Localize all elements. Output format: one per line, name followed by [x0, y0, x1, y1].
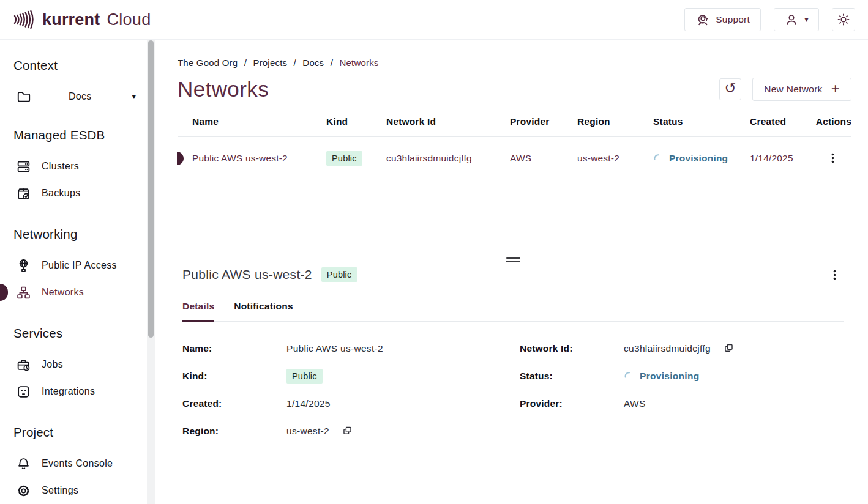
sidebar-section-context: Context Docs ▾: [0, 43, 157, 106]
copy-icon: [724, 343, 734, 354]
field-network-id-value: cu3hlaiirsdmuidcjffg: [624, 343, 711, 354]
cell-created: 1/14/2025: [750, 137, 814, 180]
sidebar-item-backups[interactable]: Backups: [0, 184, 157, 202]
brand-suffix: Cloud: [107, 10, 151, 29]
status-cell: Provisioning: [653, 153, 750, 164]
detail-fields: Name: Public AWS us-west-2 Network Id: c…: [182, 339, 844, 440]
field-created-label: Created:: [182, 395, 286, 413]
copy-region-button[interactable]: [342, 426, 353, 436]
col-provider: Provider: [510, 116, 577, 137]
sidebar-item-jobs[interactable]: Jobs: [0, 355, 157, 374]
user-menu-button[interactable]: ▾: [774, 8, 819, 31]
sidebar-heading-project: Project: [13, 409, 157, 440]
sidebar: Context Docs ▾ Managed ESDB: [0, 40, 157, 504]
networks-table: Name Kind Network Id Provider Region Sta…: [178, 116, 851, 179]
sidebar-item-public-ip-access[interactable]: Public IP Access: [0, 256, 157, 275]
field-created-value: 1/14/2025: [286, 395, 520, 413]
cell-name: Public AWS us-west-2: [192, 137, 326, 180]
integrations-outlet-icon: [16, 384, 31, 399]
kebab-icon: [828, 152, 838, 164]
plus-icon: +: [831, 81, 840, 97]
cell-provider: AWS: [510, 137, 577, 180]
table-row[interactable]: Public AWS us-west-2 Public cu3hlaiirsdm…: [178, 137, 851, 180]
sidebar-item-clusters[interactable]: Clusters: [0, 157, 157, 176]
field-provider-label: Provider:: [520, 395, 624, 413]
support-agent-icon: [695, 12, 710, 27]
field-status-label: Status:: [520, 367, 624, 385]
chevron-down-icon: ▾: [804, 15, 808, 24]
table-header-row: Name Kind Network Id Provider Region Sta…: [178, 116, 851, 137]
status-text: Provisioning: [669, 153, 728, 164]
globe-node-icon: [16, 258, 31, 273]
spinner-icon: [653, 154, 663, 163]
breadcrumb-projects[interactable]: Projects: [253, 57, 287, 68]
panel-resize-handle[interactable]: [506, 257, 520, 262]
spinner-icon: [624, 371, 634, 381]
page-title: Networks: [178, 77, 269, 102]
soundwave-logo-icon: [12, 9, 37, 30]
detail-tabs: Details Notifications: [182, 301, 844, 322]
field-region-label: Region:: [182, 422, 286, 440]
row-actions-kebab-button[interactable]: [824, 150, 842, 166]
col-actions: Actions: [814, 116, 851, 137]
cell-network-id: cu3hlaiirsdmuidcjffg: [386, 137, 510, 180]
col-status: Status: [653, 116, 750, 137]
field-name-value: Public AWS us-west-2: [286, 339, 520, 358]
field-region-value: us-west-2: [286, 426, 329, 437]
theme-toggle-button[interactable]: [832, 8, 855, 31]
col-network-id: Network Id: [386, 116, 510, 137]
detail-actions-kebab-button[interactable]: [826, 267, 844, 283]
tab-details[interactable]: Details: [182, 301, 214, 321]
app-header: kurrent Cloud Support ▾: [0, 0, 868, 40]
sidebar-scrollbar-thumb[interactable]: [148, 40, 154, 338]
clusters-icon: [16, 159, 31, 174]
sun-icon: [836, 12, 851, 27]
col-region: Region: [577, 116, 653, 137]
sidebar-item-settings[interactable]: Settings: [0, 481, 157, 500]
field-network-id-label: Network Id:: [520, 339, 624, 358]
field-kind-label: Kind:: [182, 367, 286, 385]
cell-region: us-west-2: [577, 137, 653, 180]
sidebar-item-events-console[interactable]: Events Console: [0, 454, 157, 473]
support-label: Support: [716, 14, 750, 25]
sidebar-heading-services: Services: [13, 310, 157, 341]
folder-icon: [16, 89, 32, 105]
refresh-icon: ↺: [725, 81, 736, 95]
jobs-briefcase-icon: [16, 357, 31, 372]
support-button[interactable]: Support: [684, 8, 761, 31]
sidebar-section-services: Services Jobs: [0, 310, 157, 401]
chevron-down-icon: ▾: [132, 92, 136, 101]
sidebar-section-managed-esdb: Managed ESDB Clusters: [0, 112, 157, 202]
breadcrumb-project[interactable]: Docs: [302, 57, 324, 68]
sidebar-heading-networking: Networking: [13, 211, 157, 242]
col-created: Created: [750, 116, 814, 137]
new-network-label: New Network: [764, 84, 822, 95]
network-detail-panel: Public AWS us-west-2 Public Details Noti…: [157, 251, 868, 504]
tab-notifications[interactable]: Notifications: [234, 301, 293, 321]
backups-icon: [16, 186, 31, 201]
sidebar-item-integrations[interactable]: Integrations: [0, 382, 157, 401]
kind-badge: Public: [326, 151, 362, 166]
sidebar-scrollbar: [147, 40, 155, 504]
kebab-icon: [829, 269, 840, 281]
breadcrumb-org[interactable]: The Good Org: [178, 57, 238, 68]
refresh-button[interactable]: ↺: [719, 78, 741, 100]
header-actions: Support ▾: [684, 8, 855, 31]
selected-row-indicator: [177, 152, 184, 165]
user-icon: [784, 12, 799, 27]
new-network-button[interactable]: New Network +: [752, 78, 851, 101]
networks-icon: [16, 285, 31, 300]
breadcrumb-current: Networks: [339, 57, 378, 68]
breadcrumb: The Good Org / Projects / Docs / Network…: [178, 57, 851, 68]
sidebar-heading-context: Context: [13, 43, 157, 73]
detail-kind-badge: Public: [321, 267, 357, 282]
sidebar-section-networking: Networking Public IP Access Networks: [0, 211, 157, 302]
context-project-dropdown[interactable]: Docs ▾: [0, 87, 157, 106]
copy-network-id-button[interactable]: [724, 343, 734, 354]
context-project-label: Docs: [42, 91, 118, 102]
gear-icon: [16, 483, 31, 498]
field-kind-badge: Public: [286, 369, 323, 384]
bell-icon: [16, 456, 31, 472]
sidebar-section-project: Project Events Console Settings: [0, 409, 157, 500]
sidebar-item-networks[interactable]: Networks: [0, 283, 157, 302]
